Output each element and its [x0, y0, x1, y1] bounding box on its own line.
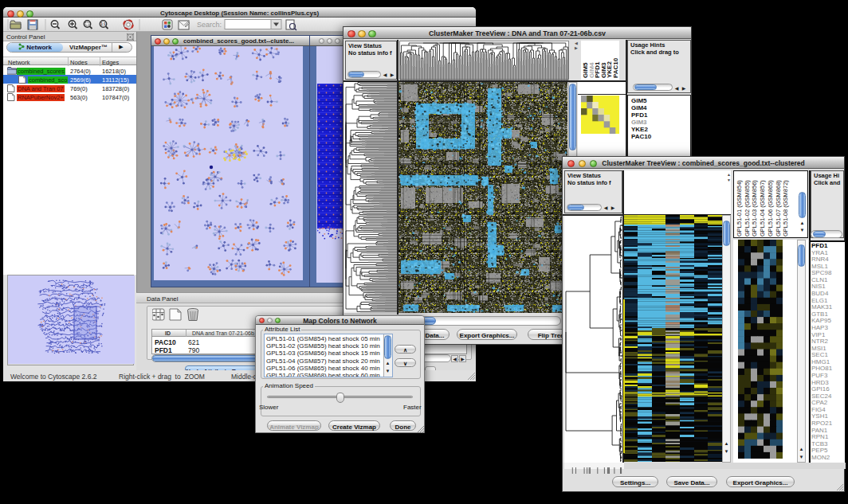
- svg-text:GPL51-02 (GSM855): GPL51-02 (GSM855): [744, 180, 751, 236]
- svg-text:Search:: Search:: [197, 21, 222, 29]
- svg-text:1:1: 1:1: [100, 22, 106, 26]
- svg-text:GPL51-04 (GSM857): GPL51-04 (GSM857): [759, 180, 766, 236]
- svg-text:GPL51-03 (GSM856): GPL51-03 (GSM856): [751, 180, 758, 236]
- svg-text:GPL51-01 (GSM854): GPL51-01 (GSM854): [736, 180, 743, 236]
- svg-text:GPL51-08 (GSM872): GPL51-08 (GSM872): [782, 180, 789, 236]
- svg-text:PAC10: PAC10: [612, 57, 619, 78]
- svg-text:GPL51-06 (GSM865): GPL51-06 (GSM865): [767, 180, 774, 236]
- svg-text:GPL51-07 (GSM868): GPL51-07 (GSM868): [775, 180, 782, 236]
